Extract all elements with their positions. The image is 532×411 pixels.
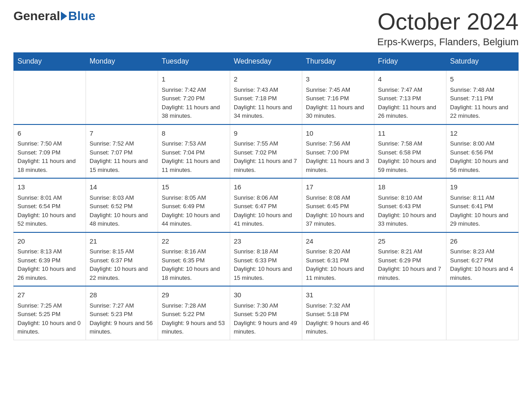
sun-info: Sunrise: 7:25 AMSunset: 5:25 PMDaylight:… [17, 301, 82, 336]
calendar-day-cell: 3Sunrise: 7:45 AMSunset: 7:16 PMDaylight… [302, 70, 374, 124]
sun-info: Sunrise: 7:52 AMSunset: 7:07 PMDaylight:… [90, 139, 154, 174]
sun-info: Sunrise: 8:06 AMSunset: 6:47 PMDaylight:… [234, 193, 298, 228]
day-number: 26 [450, 236, 515, 247]
day-number: 22 [162, 236, 226, 247]
calendar-day-cell: 23Sunrise: 8:18 AMSunset: 6:33 PMDayligh… [230, 232, 302, 287]
calendar-day-cell: 31Sunrise: 7:32 AMSunset: 5:18 PMDayligh… [302, 286, 374, 340]
calendar-week-row: 6Sunrise: 7:50 AMSunset: 7:09 PMDaylight… [14, 124, 519, 179]
sun-info: Sunrise: 8:00 AMSunset: 6:56 PMDaylight:… [450, 139, 515, 174]
day-number: 25 [378, 236, 442, 247]
calendar-table: SundayMondayTuesdayWednesdayThursdayFrid… [13, 52, 519, 340]
month-title: October 2024 [378, 9, 519, 34]
calendar-day-cell: 11Sunrise: 7:58 AMSunset: 6:58 PMDayligh… [374, 124, 446, 179]
day-number: 7 [90, 128, 154, 139]
calendar-week-row: 20Sunrise: 8:13 AMSunset: 6:39 PMDayligh… [14, 232, 519, 287]
page-header: General Blue October 2024 Erps-Kwerps, F… [13, 9, 519, 48]
day-number: 23 [234, 236, 298, 247]
calendar-day-cell: 2Sunrise: 7:43 AMSunset: 7:18 PMDaylight… [230, 70, 302, 124]
sun-info: Sunrise: 8:11 AMSunset: 6:41 PMDaylight:… [450, 193, 515, 228]
weekday-header: Saturday [446, 53, 519, 71]
calendar-day-cell: 26Sunrise: 8:23 AMSunset: 6:27 PMDayligh… [446, 232, 519, 287]
sun-info: Sunrise: 8:03 AMSunset: 6:52 PMDaylight:… [90, 193, 154, 228]
calendar-day-cell: 8Sunrise: 7:53 AMSunset: 7:04 PMDaylight… [158, 124, 230, 179]
day-number: 6 [17, 128, 82, 139]
calendar-day-cell: 20Sunrise: 8:13 AMSunset: 6:39 PMDayligh… [14, 232, 86, 287]
sun-info: Sunrise: 7:30 AMSunset: 5:20 PMDaylight:… [234, 301, 298, 336]
calendar-day-cell [446, 286, 519, 340]
sun-info: Sunrise: 8:20 AMSunset: 6:31 PMDaylight:… [306, 247, 370, 282]
day-number: 20 [17, 236, 82, 247]
calendar-day-cell: 10Sunrise: 7:56 AMSunset: 7:00 PMDayligh… [302, 124, 374, 179]
day-number: 28 [90, 290, 154, 300]
calendar-week-row: 27Sunrise: 7:25 AMSunset: 5:25 PMDayligh… [14, 286, 519, 340]
weekday-header: Tuesday [158, 53, 230, 71]
day-number: 10 [306, 128, 370, 139]
sun-info: Sunrise: 7:56 AMSunset: 7:00 PMDaylight:… [306, 139, 370, 174]
sun-info: Sunrise: 7:45 AMSunset: 7:16 PMDaylight:… [306, 86, 370, 120]
day-number: 13 [17, 182, 82, 193]
sun-info: Sunrise: 7:53 AMSunset: 7:04 PMDaylight:… [162, 139, 226, 174]
day-number: 14 [90, 182, 154, 193]
sun-info: Sunrise: 7:28 AMSunset: 5:22 PMDaylight:… [162, 301, 226, 336]
day-number: 18 [378, 182, 442, 193]
sun-info: Sunrise: 8:15 AMSunset: 6:37 PMDaylight:… [90, 247, 154, 282]
day-number: 5 [450, 74, 515, 85]
calendar-day-cell: 18Sunrise: 8:10 AMSunset: 6:43 PMDayligh… [374, 178, 446, 232]
day-number: 15 [162, 182, 226, 193]
logo-general-text: General [13, 9, 60, 23]
calendar-day-cell: 22Sunrise: 8:16 AMSunset: 6:35 PMDayligh… [158, 232, 230, 287]
calendar-day-cell: 12Sunrise: 8:00 AMSunset: 6:56 PMDayligh… [446, 124, 519, 179]
sun-info: Sunrise: 8:13 AMSunset: 6:39 PMDaylight:… [17, 247, 82, 282]
weekday-header: Wednesday [230, 53, 302, 71]
weekday-header: Thursday [302, 53, 374, 71]
sun-info: Sunrise: 7:50 AMSunset: 7:09 PMDaylight:… [17, 139, 82, 174]
calendar-day-cell: 1Sunrise: 7:42 AMSunset: 7:20 PMDaylight… [158, 70, 230, 124]
calendar-day-cell: 19Sunrise: 8:11 AMSunset: 6:41 PMDayligh… [446, 178, 519, 232]
calendar-week-row: 1Sunrise: 7:42 AMSunset: 7:20 PMDaylight… [14, 70, 519, 124]
calendar-day-cell: 15Sunrise: 8:05 AMSunset: 6:49 PMDayligh… [158, 178, 230, 232]
sun-info: Sunrise: 8:10 AMSunset: 6:43 PMDaylight:… [378, 193, 442, 228]
calendar-day-cell: 16Sunrise: 8:06 AMSunset: 6:47 PMDayligh… [230, 178, 302, 232]
weekday-header: Monday [86, 53, 158, 71]
calendar-day-cell: 25Sunrise: 8:21 AMSunset: 6:29 PMDayligh… [374, 232, 446, 287]
sun-info: Sunrise: 8:21 AMSunset: 6:29 PMDaylight:… [378, 247, 442, 282]
sun-info: Sunrise: 7:47 AMSunset: 7:13 PMDaylight:… [378, 86, 442, 120]
day-number: 16 [234, 182, 298, 193]
day-number: 2 [234, 74, 298, 85]
day-number: 9 [234, 128, 298, 139]
calendar-week-row: 13Sunrise: 8:01 AMSunset: 6:54 PMDayligh… [14, 178, 519, 232]
calendar-day-cell [374, 286, 446, 340]
day-number: 24 [306, 236, 370, 247]
calendar-day-cell: 30Sunrise: 7:30 AMSunset: 5:20 PMDayligh… [230, 286, 302, 340]
calendar-day-cell: 4Sunrise: 7:47 AMSunset: 7:13 PMDaylight… [374, 70, 446, 124]
day-number: 1 [162, 74, 226, 85]
sun-info: Sunrise: 7:42 AMSunset: 7:20 PMDaylight:… [162, 86, 226, 120]
sun-info: Sunrise: 7:48 AMSunset: 7:11 PMDaylight:… [450, 86, 515, 120]
logo: General Blue [13, 9, 95, 23]
calendar-day-cell [14, 70, 86, 124]
title-block: October 2024 Erps-Kwerps, Flanders, Belg… [378, 9, 519, 48]
calendar-day-cell: 13Sunrise: 8:01 AMSunset: 6:54 PMDayligh… [14, 178, 86, 232]
day-number: 29 [162, 290, 226, 300]
sun-info: Sunrise: 8:05 AMSunset: 6:49 PMDaylight:… [162, 193, 226, 228]
calendar-day-cell: 27Sunrise: 7:25 AMSunset: 5:25 PMDayligh… [14, 286, 86, 340]
calendar-day-cell: 9Sunrise: 7:55 AMSunset: 7:02 PMDaylight… [230, 124, 302, 179]
day-number: 12 [450, 128, 515, 139]
calendar-header-row: SundayMondayTuesdayWednesdayThursdayFrid… [14, 53, 519, 71]
weekday-header: Friday [374, 53, 446, 71]
sun-info: Sunrise: 7:58 AMSunset: 6:58 PMDaylight:… [378, 139, 442, 174]
calendar-day-cell: 14Sunrise: 8:03 AMSunset: 6:52 PMDayligh… [86, 178, 158, 232]
sun-info: Sunrise: 8:08 AMSunset: 6:45 PMDaylight:… [306, 193, 370, 228]
day-number: 3 [306, 74, 370, 85]
day-number: 19 [450, 182, 515, 193]
calendar-day-cell [86, 70, 158, 124]
day-number: 11 [378, 128, 442, 139]
calendar-day-cell: 21Sunrise: 8:15 AMSunset: 6:37 PMDayligh… [86, 232, 158, 287]
sun-info: Sunrise: 8:01 AMSunset: 6:54 PMDaylight:… [17, 193, 82, 228]
sun-info: Sunrise: 7:55 AMSunset: 7:02 PMDaylight:… [234, 139, 298, 174]
day-number: 30 [234, 290, 298, 300]
day-number: 31 [306, 290, 370, 300]
day-number: 8 [162, 128, 226, 139]
sun-info: Sunrise: 8:23 AMSunset: 6:27 PMDaylight:… [450, 247, 515, 282]
sun-info: Sunrise: 7:27 AMSunset: 5:23 PMDaylight:… [90, 301, 154, 336]
